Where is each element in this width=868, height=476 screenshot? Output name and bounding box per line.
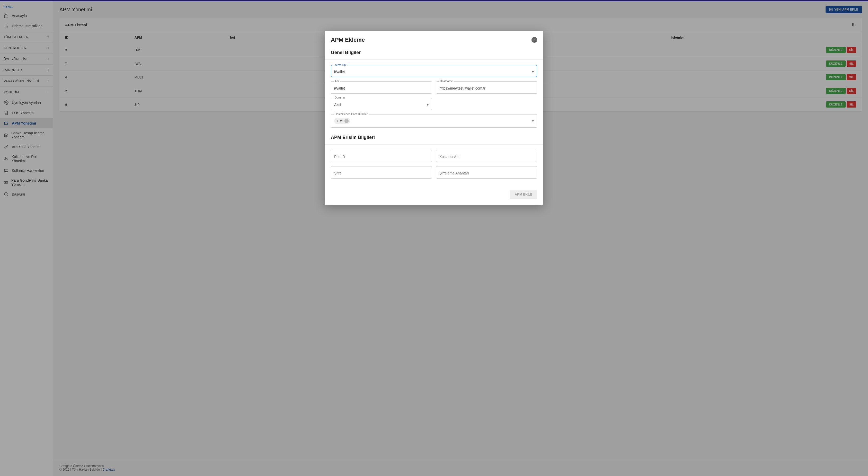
- submit-apm-button[interactable]: APM EKLE: [509, 190, 537, 199]
- chevron-down-icon: ▾: [427, 103, 429, 107]
- currency-chip: TRY ✕: [334, 118, 350, 124]
- modal-overlay[interactable]: APM Ekleme ✕ Genel Bilgiler APM Tipi iWa…: [0, 0, 868, 476]
- apm-type-select[interactable]: APM Tipi iWallet ▾: [331, 65, 537, 77]
- modal-title: APM Ekleme: [331, 36, 365, 43]
- chip-label: TRY: [337, 119, 343, 123]
- field-label: Hostname: [439, 80, 454, 83]
- field-label: Desteklenen Para Birimleri: [334, 113, 369, 116]
- hostname-input-field[interactable]: [439, 86, 534, 90]
- modal-close-button[interactable]: ✕: [531, 37, 537, 43]
- chevron-down-icon: ▾: [532, 70, 534, 74]
- chip-remove-icon[interactable]: ✕: [344, 119, 349, 123]
- enckey-input[interactable]: [436, 166, 537, 179]
- apm-add-modal: APM Ekleme ✕ Genel Bilgiler APM Tipi iWa…: [325, 31, 543, 205]
- password-input[interactable]: [331, 166, 432, 179]
- password-field[interactable]: [334, 171, 429, 175]
- enckey-field[interactable]: [439, 171, 534, 175]
- field-label: APM Tipi: [334, 63, 347, 66]
- currencies-multiselect[interactable]: Desteklenen Para Birimleri TRY ✕ ▾: [331, 114, 537, 128]
- hostname-input[interactable]: Hostname: [436, 81, 537, 94]
- field-value: Aktif: [334, 103, 427, 107]
- username-input[interactable]: [436, 150, 537, 162]
- section-access-title: APM Erişim Bilgileri: [325, 134, 543, 144]
- field-label: Durumu: [334, 96, 346, 99]
- name-input[interactable]: Adı: [331, 81, 432, 94]
- close-icon: ✕: [533, 38, 536, 42]
- field-value: iWallet: [334, 70, 532, 74]
- chevron-down-icon: ▾: [532, 119, 534, 123]
- posid-input[interactable]: [331, 150, 432, 162]
- section-general-title: Genel Bilgiler: [325, 47, 543, 59]
- field-label: Adı: [334, 80, 340, 83]
- posid-field[interactable]: [334, 155, 429, 159]
- name-input-field[interactable]: [334, 86, 429, 90]
- status-select[interactable]: Durumu Aktif ▾: [331, 98, 432, 110]
- username-field[interactable]: [439, 155, 534, 159]
